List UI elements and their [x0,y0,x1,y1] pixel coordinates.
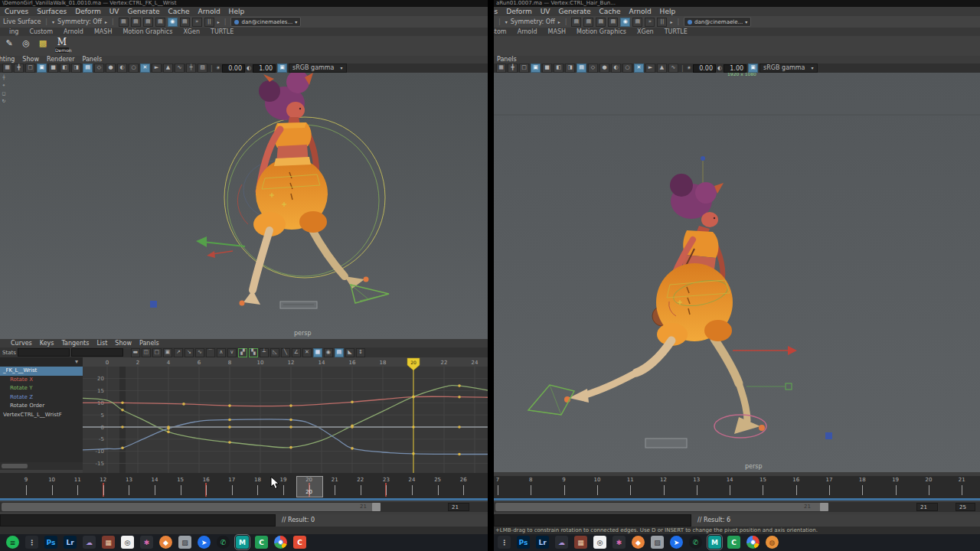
status-icon[interactable]: ▤ [583,18,593,27]
menu-item[interactable]: Deform [506,7,531,16]
viewport-icon[interactable]: □ [519,64,529,73]
viewport-icon[interactable]: ◐ [611,64,621,73]
status-icon[interactable]: ▤ [180,18,190,27]
menu-item[interactable]: Deform [75,7,100,16]
taskbar-icon-blue-arrow[interactable]: ➤ [670,536,683,549]
command-input[interactable] [494,514,691,527]
menu-item[interactable]: Tangents [61,339,89,347]
gamma-icon[interactable]: ◐ [247,65,251,71]
viewport-icon[interactable]: ∿ [175,64,185,73]
taskbar-icon-utility[interactable]: ⋮ [498,536,511,549]
live-surface-label[interactable]: Live Surface [3,18,41,25]
viewport-icon[interactable]: ▲ [163,64,173,73]
graph-tool-icon[interactable]: ◫ [142,348,151,357]
channel-row[interactable]: Rotate X [0,376,83,385]
outliner-header[interactable]: ▾ [0,357,83,367]
menu-item[interactable]: Show [115,339,132,347]
shelf-tab[interactable]: XGen [637,28,654,36]
status-icon[interactable]: » [192,18,202,27]
viewport-icon[interactable]: ┼ [186,64,196,73]
viewport-icon[interactable]: ○ [129,64,139,73]
status-icon[interactable]: ◉ [168,18,178,27]
taskbar-icon-photoshop[interactable]: Ps [44,536,57,549]
taskbar-icon-lightroom[interactable]: Lr [536,536,549,549]
graph-tool-icon[interactable]: ◉ [324,348,333,357]
graph-tool-icon[interactable]: ✕ [302,348,312,357]
taskbar-icon-chrome[interactable] [746,536,760,549]
viewport-icon[interactable]: ▧ [198,64,207,73]
graph-tool-icon[interactable]: ▞ [238,348,247,357]
account-chip[interactable]: dan@cinemaele... ▾ [684,17,751,27]
graph-tool-icon[interactable]: ∧ [217,348,226,357]
menu-item[interactable]: Generate [558,7,590,16]
menu-item[interactable]: Cache [168,7,189,16]
channel-row[interactable]: _FK_L__Wrist [0,367,83,376]
range-slider[interactable]: 21 21 25 [494,502,980,512]
graph-tool-icon[interactable]: ◣ [345,348,354,357]
shelf-tool-icon[interactable]: ✎ [3,37,15,50]
taskbar-icon-phone[interactable]: ✆ [689,536,702,549]
exposure-icon[interactable]: ☀ [687,65,691,71]
status-icon[interactable]: ▤ [571,18,581,27]
anim-end-field[interactable]: 25 [956,503,975,511]
symmetry-label[interactable]: Symmetry: Off [511,18,555,25]
taskbar-icon-phone[interactable]: ✆ [217,536,230,549]
rig-controls-front[interactable] [528,276,832,448]
menu-item[interactable]: Curves [5,7,28,16]
viewport-icon[interactable]: ▣ [37,64,47,73]
viewport-icon[interactable]: ✕ [634,64,644,73]
taskbar-icon-maya[interactable]: M [708,536,721,549]
viewport-icon[interactable]: ◧ [60,64,70,73]
graph-tool-icon[interactable]: ▤ [335,348,344,357]
viewport-walk[interactable]: persp [0,73,488,339]
status-icon[interactable]: ▤ [632,18,642,27]
menu-item[interactable]: Renderer [47,56,75,64]
stats-value-field[interactable] [71,348,123,357]
viewport-icon[interactable]: ▤ [83,64,93,73]
taskbar-icon-photos[interactable]: ▦ [574,536,587,549]
status-icon[interactable]: || [657,18,667,27]
channel-row[interactable]: VertexCTRL_L__WristF [0,411,83,420]
graph-tool-icon[interactable]: ╲ [281,348,290,357]
menu-item[interactable]: Help [660,7,676,16]
graph-tool-icon[interactable]: ∿ [195,348,204,357]
taskbar-icon-maya[interactable]: M [236,536,249,549]
status-icon[interactable]: » [645,18,655,27]
taskbar-icon-utility[interactable]: ⋮ [25,536,38,549]
menu-item[interactable]: Panels [82,56,102,64]
viewport-icon[interactable]: ◇ [94,64,104,73]
chevron-down-icon[interactable]: ▾ [75,358,78,365]
viewport-icon[interactable]: ✕ [140,64,150,73]
channel-row[interactable]: Rotate Order [0,402,83,411]
status-icon[interactable]: || [204,18,214,27]
graph-tool-icon[interactable]: ↕ [356,348,365,357]
status-icon[interactable]: ▤ [119,18,129,27]
view-transform-toggle-icon[interactable]: ▣ [748,64,758,73]
menu-item[interactable]: Keys [40,339,54,347]
shelf-tab[interactable]: Motion Graphics [122,28,172,36]
menu-item[interactable]: Generate [127,7,159,16]
menu-item[interactable]: Help [229,7,245,16]
shelf-item-demon[interactable]: M Demon [55,37,69,53]
viewport-icon[interactable]: ╋ [508,64,518,73]
graph-editor-outliner[interactable]: ▾ _FK_L__WristRotate XRotate YRotate ZRo… [0,357,83,462]
status-icon[interactable]: ▤ [608,18,618,27]
taskbar-icon-gallery[interactable]: ▨ [651,536,664,549]
viewport-icon[interactable]: ▦ [496,64,506,73]
shelf-tab[interactable]: TURTLE [665,28,688,36]
taskbar-icon-orange-app[interactable]: ◆ [159,536,172,549]
time-slider[interactable]: 9101112131415161718192021222324252620 [0,476,488,498]
shelf-tab[interactable]: ing [9,28,18,36]
time-slider[interactable]: 789101112131415161718192021 [494,476,980,498]
taskbar-icon-color-wheel[interactable]: ✱ [140,536,153,549]
viewport-icon[interactable]: ◇ [588,64,598,73]
exposure-icon[interactable]: ☀ [216,65,220,71]
viewport-icon[interactable]: ◧ [554,64,564,73]
graph-tool-icon[interactable]: ┴ [260,348,269,357]
taskbar-icon-red-c-app[interactable]: C [293,536,306,549]
viewport-icon[interactable]: ► [152,64,162,73]
status-icon[interactable]: ▤ [596,18,606,27]
graph-tool-icon[interactable]: ◺ [270,348,279,357]
taskbar-icon-chrome[interactable] [274,536,287,549]
shelf-tab[interactable]: XGen [183,28,200,36]
